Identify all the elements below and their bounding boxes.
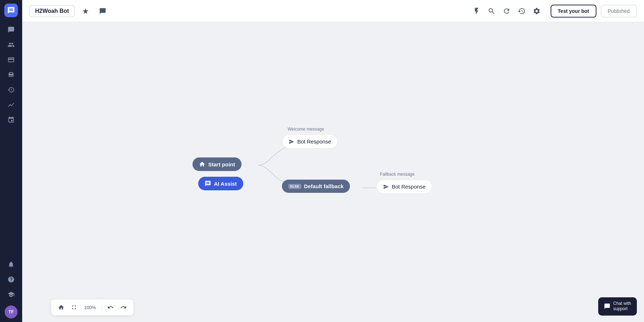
chat-preview-icon	[99, 8, 106, 15]
lightning-icon	[473, 7, 480, 15]
ai-assist-label: AI Assist	[214, 181, 237, 187]
triggers-button[interactable]	[470, 4, 483, 18]
sidebar-item-integrations[interactable]	[4, 113, 18, 127]
start-point-label: Start point	[208, 161, 235, 167]
sidebar-item-contacts[interactable]	[4, 38, 18, 52]
bot-response-1-node[interactable]: Bot Response	[282, 135, 338, 148]
chat-support-button[interactable]: Chat with support	[598, 297, 637, 316]
user-avatar[interactable]: TF	[5, 306, 18, 318]
chat-support-label: Chat with support	[613, 301, 631, 312]
sparkle-button[interactable]	[79, 5, 92, 18]
avatar-initials: TF	[9, 309, 14, 314]
sidebar-item-learn[interactable]	[4, 288, 18, 301]
canvas-toolbar: 100%	[51, 299, 134, 316]
chat-logo-icon	[7, 6, 15, 14]
sidebar-item-history[interactable]	[4, 83, 18, 97]
bot-response-1-label: Bot Response	[297, 138, 331, 145]
inbox-icon	[8, 56, 15, 63]
flow-connections	[22, 22, 644, 322]
default-fallback-label: Default fallback	[304, 183, 344, 189]
sidebar-item-conversations[interactable]	[4, 23, 18, 36]
bot-response-2-label: Bot Response	[392, 184, 425, 190]
sidebar-item-data[interactable]	[4, 68, 18, 82]
refresh-icon	[503, 7, 511, 15]
contacts-icon	[8, 41, 15, 48]
header-right-icons	[470, 4, 543, 18]
bot-response-2-node[interactable]: Bot Response	[376, 180, 432, 194]
sidebar-item-inbox[interactable]	[4, 53, 18, 67]
sidebar-item-analytics[interactable]	[4, 98, 18, 112]
history-nav-icon	[518, 7, 526, 15]
notifications-icon	[8, 261, 15, 268]
zoom-level: 100%	[81, 305, 99, 310]
chat-preview-button[interactable]	[96, 5, 109, 18]
fallback-message-label: Fallback message	[380, 172, 415, 177]
redo-button[interactable]	[118, 302, 129, 313]
conversations-icon	[8, 26, 15, 33]
history-icon	[8, 86, 15, 93]
main-content: H2Woah Bot	[22, 0, 644, 322]
send-icon-1	[289, 139, 294, 145]
sidebar-item-help[interactable]	[4, 273, 18, 286]
else-badge: ELSE	[288, 184, 301, 189]
toolbar-divider	[102, 304, 102, 311]
data-icon	[8, 71, 15, 78]
home-view-icon	[58, 304, 64, 311]
analytics-icon	[8, 101, 15, 108]
learn-icon	[8, 291, 15, 298]
default-fallback-node[interactable]: ELSE Default fallback	[282, 180, 350, 193]
test-bot-button[interactable]: Test your bot	[551, 5, 596, 18]
sparkle-icon	[82, 8, 89, 15]
sidebar: TF	[0, 0, 22, 322]
settings-icon	[533, 7, 541, 15]
home-icon	[199, 161, 205, 167]
search-icon	[488, 7, 496, 15]
sidebar-item-notifications[interactable]	[4, 258, 18, 271]
sidebar-logo[interactable]	[4, 4, 18, 17]
fullscreen-icon	[71, 304, 77, 311]
welcome-message-label: Welcome message	[288, 127, 324, 132]
fullscreen-button[interactable]	[68, 302, 80, 313]
ai-assist-node[interactable]: AI Assist	[198, 177, 243, 190]
bot-name[interactable]: H2Woah Bot	[29, 5, 75, 17]
integrations-icon	[8, 116, 15, 123]
send-icon-2	[383, 184, 389, 190]
search-button[interactable]	[485, 4, 498, 18]
flow-canvas: Welcome message Bot Response Start point…	[22, 22, 644, 322]
undo-icon	[107, 304, 114, 311]
redo-icon	[120, 304, 127, 311]
help-icon	[8, 276, 15, 283]
history-button[interactable]	[515, 4, 528, 18]
published-button[interactable]: Published	[601, 5, 637, 18]
chat-support-icon	[604, 303, 610, 309]
refresh-button[interactable]	[500, 4, 513, 18]
undo-button[interactable]	[105, 302, 116, 313]
ai-assist-icon	[205, 180, 211, 187]
start-point-node[interactable]: Start point	[192, 157, 241, 171]
home-view-button[interactable]	[55, 302, 67, 313]
settings-button[interactable]	[530, 4, 543, 18]
header: H2Woah Bot	[22, 0, 644, 22]
